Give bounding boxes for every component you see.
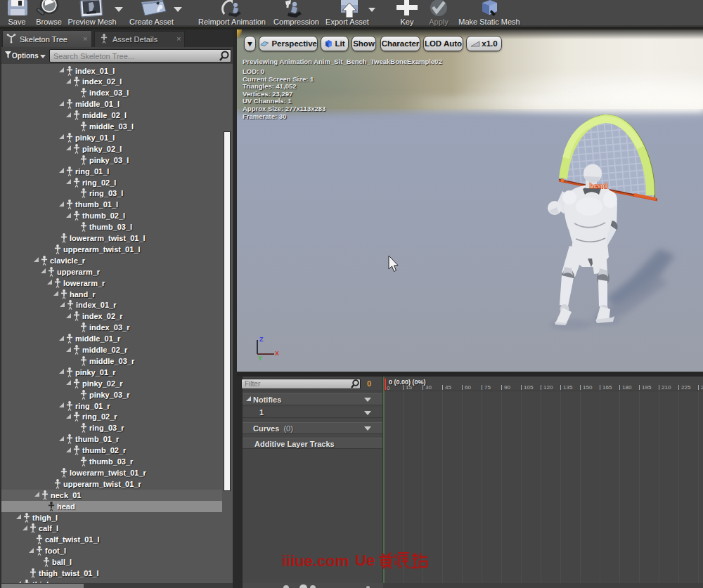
svg-text:X: X <box>275 350 279 357</box>
svg-text:Ue: Ue <box>355 552 375 569</box>
svg-text:head: head <box>589 181 607 190</box>
svg-text:Z: Z <box>259 336 264 343</box>
svg-text:Y: Y <box>258 355 262 362</box>
